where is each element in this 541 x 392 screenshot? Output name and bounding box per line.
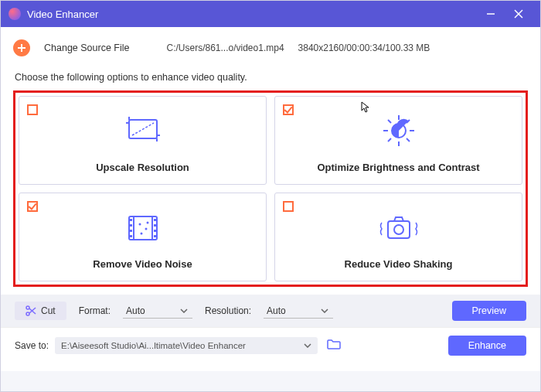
change-source-label[interactable]: Change Source File xyxy=(44,43,129,53)
enhance-button[interactable]: Enhance xyxy=(448,336,526,356)
plus-icon xyxy=(17,43,26,53)
minimize-button[interactable] xyxy=(477,1,505,27)
options-grid: Upscale Resolution Optimize Brightness a… xyxy=(19,96,522,281)
svg-line-12 xyxy=(388,120,391,123)
camera-shake-icon xyxy=(377,212,420,247)
svg-point-30 xyxy=(146,222,148,224)
toolbar: Cut Format: Auto Resolution: Auto Previe… xyxy=(1,295,540,327)
svg-line-13 xyxy=(407,138,410,141)
folder-icon xyxy=(327,339,341,349)
svg-rect-25 xyxy=(154,230,156,232)
format-value: Auto xyxy=(126,305,145,316)
option-reduce-shaking[interactable]: Reduce Video Shaking xyxy=(274,193,522,281)
option-label: Optimize Brightness and Contrast xyxy=(317,162,479,173)
chevron-down-icon xyxy=(180,308,188,313)
resolution-label: Resolution: xyxy=(205,305,251,316)
app-icon xyxy=(9,8,21,20)
svg-rect-31 xyxy=(388,221,410,238)
cut-button[interactable]: Cut xyxy=(15,302,66,320)
checkbox-icon[interactable] xyxy=(27,201,38,212)
save-bar: Save to: E:\Aiseesoft Studio\Ai...ltimat… xyxy=(1,327,540,363)
browse-folder-button[interactable] xyxy=(324,336,344,356)
add-source-button[interactable] xyxy=(13,39,30,56)
svg-rect-20 xyxy=(130,224,132,227)
preview-button[interactable]: Preview xyxy=(452,301,526,321)
svg-rect-21 xyxy=(130,230,132,232)
titlebar: Video Enhancer xyxy=(1,1,540,27)
option-label: Reduce Video Shaking xyxy=(345,258,453,270)
svg-rect-24 xyxy=(154,224,156,227)
format-dropdown[interactable]: Auto xyxy=(123,304,192,319)
film-icon xyxy=(124,212,162,247)
svg-rect-19 xyxy=(130,219,132,221)
checkbox-icon[interactable] xyxy=(283,201,294,212)
window-title: Video Enhancer xyxy=(27,9,477,20)
svg-rect-22 xyxy=(130,235,132,237)
instruction-text: Choose the following options to enhance … xyxy=(13,67,528,90)
svg-rect-23 xyxy=(154,219,156,221)
option-label: Remove Video Noise xyxy=(93,258,192,270)
svg-point-27 xyxy=(138,223,141,226)
svg-point-28 xyxy=(145,228,147,230)
svg-line-14 xyxy=(388,138,391,141)
cut-label: Cut xyxy=(41,305,56,316)
svg-point-29 xyxy=(140,233,142,235)
chevron-down-icon xyxy=(321,308,328,313)
svg-rect-26 xyxy=(154,235,156,237)
saveto-label: Save to: xyxy=(15,340,49,351)
svg-line-35 xyxy=(29,308,36,314)
monitor-icon xyxy=(124,117,162,151)
source-path: C:/Users/861...o/video1.mp4 xyxy=(166,43,284,53)
svg-line-6 xyxy=(132,123,154,135)
chevron-down-icon xyxy=(304,343,311,348)
resolution-dropdown[interactable]: Auto xyxy=(264,304,333,319)
svg-line-36 xyxy=(29,308,36,313)
source-bar: Change Source File C:/Users/861...o/vide… xyxy=(13,36,528,67)
option-upscale-resolution[interactable]: Upscale Resolution xyxy=(19,96,267,185)
source-stats: 3840x2160/00:00:34/100.33 MB xyxy=(298,43,430,53)
option-remove-noise[interactable]: Remove Video Noise xyxy=(19,193,267,281)
svg-point-33 xyxy=(26,312,29,315)
option-optimize-brightness[interactable]: Optimize Brightness and Contrast xyxy=(274,96,522,185)
svg-point-32 xyxy=(394,225,403,234)
option-label: Upscale Resolution xyxy=(96,162,189,173)
scissors-icon xyxy=(26,305,36,316)
checkbox-icon[interactable] xyxy=(27,104,38,115)
resolution-value: Auto xyxy=(267,305,286,316)
brightness-icon xyxy=(378,114,420,151)
save-path-dropdown[interactable]: E:\Aiseesoft Studio\Ai...ltimate\Video E… xyxy=(55,337,318,354)
svg-point-34 xyxy=(26,306,29,309)
save-path: E:\Aiseesoft Studio\Ai...ltimate\Video E… xyxy=(61,341,246,350)
close-button[interactable] xyxy=(505,1,532,27)
format-label: Format: xyxy=(79,305,111,316)
checkbox-icon[interactable] xyxy=(283,104,294,115)
options-highlight: Upscale Resolution Optimize Brightness a… xyxy=(13,90,528,287)
